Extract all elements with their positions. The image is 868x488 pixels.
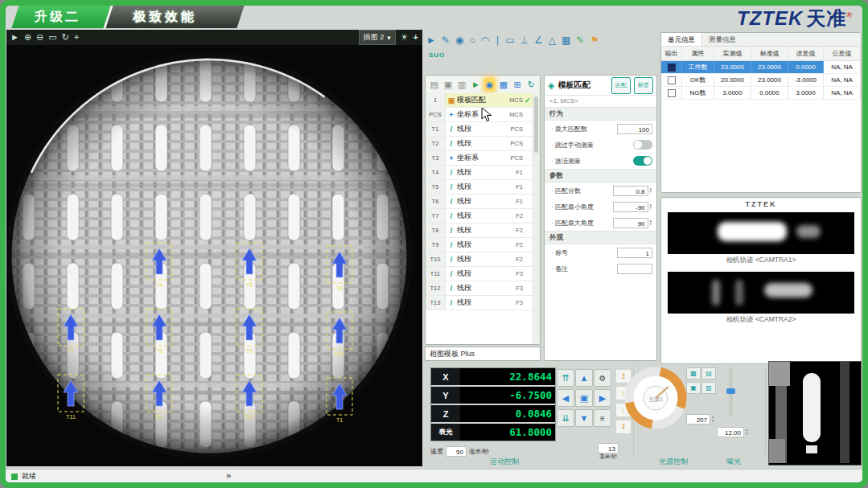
jog-left-button[interactable]: ◀ [557, 389, 574, 407]
table-row[interactable]: 工件数23.000023.00000.0000NA, NA [661, 61, 861, 74]
spin-down-icon[interactable]: ▼ [649, 207, 652, 211]
circle-icon[interactable]: ○ [469, 35, 475, 45]
open-file-icon[interactable]: ▣ [442, 78, 453, 91]
match-button[interactable]: 匹配 [611, 77, 631, 94]
spin-down-icon[interactable]: ▼ [649, 191, 652, 195]
feature-row[interactable]: T4/线段F1 [426, 166, 533, 180]
save-file-icon[interactable]: ▥ [457, 78, 467, 91]
feature-row[interactable]: T6/线段F1 [426, 195, 533, 209]
spinner[interactable]: ▲▼ [649, 203, 652, 211]
feature-row[interactable]: T2/线段PCS [426, 137, 533, 151]
view-select-dropdown[interactable]: 插图 2▾ [359, 30, 396, 45]
jog-up-fast-button[interactable]: ⇈ [557, 369, 574, 387]
feature-row[interactable]: PCS+坐标系MCS [426, 108, 533, 122]
output-cell[interactable] [661, 61, 682, 73]
output-cell[interactable] [661, 87, 682, 99]
pointer-icon[interactable]: ► [10, 33, 19, 42]
property-input[interactable]: 1 [617, 248, 652, 258]
pen-icon[interactable]: ✎ [442, 35, 450, 45]
select-icon[interactable]: ► [426, 35, 436, 45]
flag-icon[interactable]: ⚑ [590, 35, 599, 45]
row-checkbox[interactable] [668, 64, 676, 72]
jog-menu-button[interactable]: ≡ [594, 409, 611, 427]
jog-down-button[interactable]: ▼ [575, 409, 593, 427]
feature-row[interactable]: T12/线段F3 [426, 281, 533, 296]
step-input[interactable]: 13 [598, 443, 619, 453]
light-ch3-button[interactable]: ▣ [686, 382, 701, 394]
light-ch4-button[interactable]: ▥ [701, 382, 716, 394]
light-value-spinner[interactable]: ▲▼ [711, 416, 714, 423]
feature-row[interactable]: 1▣模板匹配MCS✓ [426, 93, 533, 108]
calibrate-button[interactable]: 标定 [634, 77, 653, 94]
slider-thumb[interactable] [726, 388, 735, 394]
jog-down-fast-button[interactable]: ⇊ [557, 409, 574, 427]
property-input[interactable]: 90 [613, 218, 648, 228]
feature-footer-box[interactable]: 相图模板 Plus [425, 347, 541, 361]
point-icon[interactable]: ◉ [455, 35, 463, 45]
table-row[interactable]: OK数20.000023.0000-3.0000NA, NA [661, 74, 861, 87]
feature-row[interactable]: T3+坐标系PCS [426, 151, 533, 166]
feature-row[interactable]: T8/线段F2 [426, 223, 533, 238]
perpendicular-icon[interactable]: ⊥ [520, 35, 529, 45]
feature-row[interactable]: T11/线段F3 [426, 267, 533, 281]
feature-row[interactable]: T9/线段F2 [426, 238, 533, 252]
speed-input[interactable]: 50 [446, 446, 467, 457]
line-icon: / [446, 183, 457, 191]
run-icon[interactable]: ► [471, 78, 481, 91]
angle-icon[interactable]: ∠ [534, 35, 543, 45]
fit-view-icon[interactable]: ▭ [48, 33, 56, 42]
add-icon[interactable]: + [413, 33, 418, 42]
light-icon[interactable]: ☀ [401, 33, 409, 42]
arc-icon[interactable]: ◠ [481, 35, 489, 45]
exposure-value-input[interactable]: 12.00 [717, 427, 744, 437]
spinner[interactable]: ▲▼ [649, 187, 652, 195]
line-icon[interactable]: ∣ [495, 35, 500, 45]
light-dial[interactable]: 光源1 [622, 364, 689, 432]
property-input[interactable] [617, 264, 652, 274]
scrollbar-thumb[interactable] [534, 96, 538, 153]
feature-list-scrollbar[interactable] [533, 93, 540, 344]
exposure-value-spinner[interactable]: ▲▼ [745, 429, 748, 436]
measure-icon[interactable]: ⌖ [74, 33, 79, 42]
zoom-out-icon[interactable]: ⊖ [36, 33, 43, 42]
target-icon[interactable]: ◉ [484, 78, 495, 91]
property-input[interactable]: 0.8 [613, 186, 648, 196]
jog-settings-button[interactable]: ⚙ [594, 369, 611, 387]
exposure-slider[interactable] [729, 367, 733, 417]
row-checkbox[interactable] [668, 89, 676, 97]
feature-row[interactable]: T5/线段F1 [426, 180, 533, 195]
toggle-switch[interactable] [633, 156, 652, 166]
output-cell[interactable] [661, 74, 682, 86]
jog-up-button[interactable]: ▲ [575, 369, 593, 387]
refresh-view-icon[interactable]: ↻ [62, 33, 69, 42]
light-value-input[interactable]: 207 [686, 414, 710, 424]
tab-primitive-info[interactable]: 基元信息 [661, 33, 702, 46]
jog-right-button[interactable]: ▶ [594, 389, 611, 407]
feature-row[interactable]: T7/线段F2 [426, 209, 533, 223]
property-input[interactable]: -90 [613, 202, 648, 212]
table-row[interactable]: NG数3.00000.00003.0000NA, NA [661, 87, 861, 100]
grid-icon[interactable]: ▦ [562, 35, 570, 45]
refresh-icon[interactable]: ↻ [526, 78, 537, 91]
zoom-in-icon[interactable]: ⊕ [24, 33, 31, 42]
row-checkbox[interactable] [668, 76, 676, 84]
tab-measure-info[interactable]: 测量信息 [702, 33, 743, 46]
light-ch2-button[interactable]: ▤ [701, 367, 716, 379]
feature-row[interactable]: T10/线段F2 [426, 252, 533, 267]
layout-icon[interactable]: ▦ [498, 78, 508, 91]
property-input[interactable]: 100 [617, 124, 652, 134]
spinner[interactable]: ▲▼ [649, 219, 652, 227]
new-file-icon[interactable]: ▤ [429, 78, 439, 91]
annotate-icon[interactable]: ✎ [576, 35, 584, 45]
light-ch1-button[interactable]: ▩ [686, 367, 701, 379]
triangle-icon[interactable]: △ [549, 35, 556, 45]
feature-row[interactable]: T13/线段F3 [426, 296, 533, 310]
wafer-image[interactable]: T4T5T6T7T8T9T10T11T12T13T1 [6, 45, 422, 466]
profile-icon[interactable]: ▭ [505, 35, 514, 45]
toggle-switch[interactable] [633, 140, 652, 150]
jog-stop-button[interactable]: ▣ [575, 389, 593, 407]
feature-row[interactable]: T1/线段PCS [426, 122, 533, 137]
feature-index: T2 [426, 137, 446, 150]
spin-down-icon[interactable]: ▼ [649, 223, 652, 227]
add-step-icon[interactable]: ⊞ [512, 78, 523, 91]
